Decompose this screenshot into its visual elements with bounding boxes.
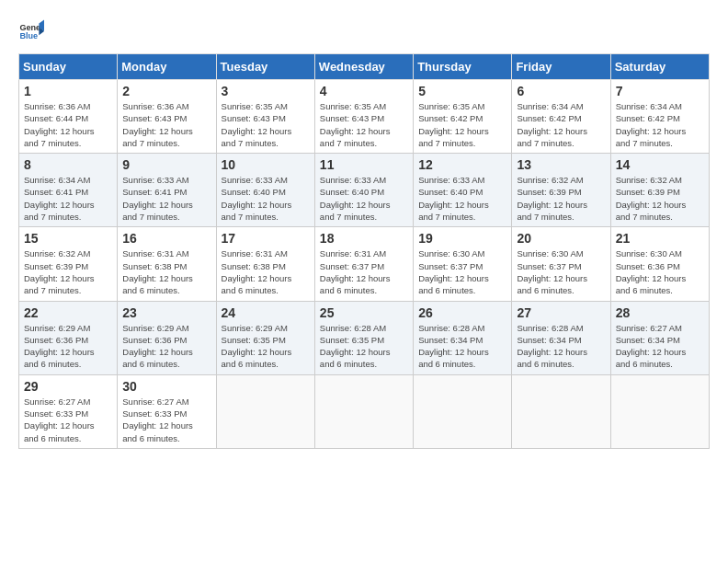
day-header-tuesday: Tuesday	[216, 54, 314, 80]
day-info: Sunrise: 6:27 AM Sunset: 6:33 PM Dayligh…	[122, 396, 210, 444]
day-cell: 16Sunrise: 6:31 AM Sunset: 6:38 PM Dayli…	[118, 227, 216, 301]
day-header-saturday: Saturday	[610, 54, 709, 80]
day-info: Sunrise: 6:31 AM Sunset: 6:37 PM Dayligh…	[320, 247, 408, 296]
day-cell: 26Sunrise: 6:28 AM Sunset: 6:34 PM Dayli…	[414, 301, 512, 374]
week-row-2: 8Sunrise: 6:34 AM Sunset: 6:41 PM Daylig…	[19, 154, 710, 227]
day-number: 17	[222, 231, 310, 246]
day-number: 3	[222, 84, 310, 98]
day-info: Sunrise: 6:33 AM Sunset: 6:40 PM Dayligh…	[222, 174, 310, 223]
day-info: Sunrise: 6:29 AM Sunset: 6:35 PM Dayligh…	[222, 322, 310, 371]
day-number: 20	[517, 231, 605, 246]
week-row-5: 29Sunrise: 6:27 AM Sunset: 6:33 PM Dayli…	[19, 374, 710, 448]
header-row: SundayMondayTuesdayWednesdayThursdayFrid…	[19, 54, 710, 80]
day-info: Sunrise: 6:30 AM Sunset: 6:37 PM Dayligh…	[418, 247, 506, 296]
day-number: 28	[616, 305, 704, 320]
logo: General Blue	[18, 18, 44, 44]
day-cell	[512, 374, 610, 448]
day-info: Sunrise: 6:32 AM Sunset: 6:39 PM Dayligh…	[517, 174, 605, 223]
day-number: 8	[24, 157, 112, 172]
day-cell: 9Sunrise: 6:33 AM Sunset: 6:41 PM Daylig…	[118, 154, 216, 227]
day-info: Sunrise: 6:35 AM Sunset: 6:43 PM Dayligh…	[320, 100, 408, 149]
week-row-1: 1Sunrise: 6:36 AM Sunset: 6:44 PM Daylig…	[19, 80, 710, 154]
day-number: 13	[517, 157, 605, 172]
day-number: 2	[122, 84, 210, 98]
day-number: 5	[418, 84, 506, 98]
day-cell: 1Sunrise: 6:36 AM Sunset: 6:44 PM Daylig…	[19, 80, 118, 154]
svg-text:Blue: Blue	[19, 31, 38, 40]
day-cell: 23Sunrise: 6:29 AM Sunset: 6:36 PM Dayli…	[118, 301, 216, 374]
day-number: 24	[222, 305, 310, 320]
day-cell	[216, 374, 314, 448]
day-info: Sunrise: 6:34 AM Sunset: 6:41 PM Dayligh…	[24, 174, 112, 223]
day-header-wednesday: Wednesday	[314, 54, 413, 80]
day-cell: 6Sunrise: 6:34 AM Sunset: 6:42 PM Daylig…	[512, 80, 610, 154]
day-info: Sunrise: 6:36 AM Sunset: 6:44 PM Dayligh…	[24, 100, 112, 149]
day-info: Sunrise: 6:33 AM Sunset: 6:40 PM Dayligh…	[418, 174, 506, 223]
day-number: 4	[320, 84, 408, 98]
day-cell	[610, 374, 709, 448]
day-info: Sunrise: 6:28 AM Sunset: 6:34 PM Dayligh…	[418, 322, 506, 371]
day-info: Sunrise: 6:34 AM Sunset: 6:42 PM Dayligh…	[616, 100, 704, 149]
day-number: 18	[320, 231, 408, 246]
day-info: Sunrise: 6:27 AM Sunset: 6:34 PM Dayligh…	[616, 322, 704, 371]
day-header-monday: Monday	[118, 54, 216, 80]
day-number: 10	[222, 157, 310, 172]
day-number: 14	[616, 157, 704, 172]
day-number: 19	[418, 231, 506, 246]
day-number: 7	[616, 84, 704, 98]
day-cell: 15Sunrise: 6:32 AM Sunset: 6:39 PM Dayli…	[19, 227, 118, 301]
day-cell: 21Sunrise: 6:30 AM Sunset: 6:36 PM Dayli…	[610, 227, 709, 301]
day-cell: 28Sunrise: 6:27 AM Sunset: 6:34 PM Dayli…	[610, 301, 709, 374]
day-cell: 13Sunrise: 6:32 AM Sunset: 6:39 PM Dayli…	[512, 154, 610, 227]
day-info: Sunrise: 6:32 AM Sunset: 6:39 PM Dayligh…	[616, 174, 704, 223]
day-number: 1	[24, 84, 112, 98]
day-info: Sunrise: 6:35 AM Sunset: 6:43 PM Dayligh…	[222, 100, 310, 149]
day-info: Sunrise: 6:34 AM Sunset: 6:42 PM Dayligh…	[517, 100, 605, 149]
day-number: 6	[517, 84, 605, 98]
day-cell	[414, 374, 512, 448]
day-cell: 30Sunrise: 6:27 AM Sunset: 6:33 PM Dayli…	[118, 374, 216, 448]
day-cell	[314, 374, 413, 448]
day-cell: 24Sunrise: 6:29 AM Sunset: 6:35 PM Dayli…	[216, 301, 314, 374]
day-cell: 25Sunrise: 6:28 AM Sunset: 6:35 PM Dayli…	[314, 301, 413, 374]
day-number: 22	[24, 305, 112, 320]
day-cell: 3Sunrise: 6:35 AM Sunset: 6:43 PM Daylig…	[216, 80, 314, 154]
day-info: Sunrise: 6:29 AM Sunset: 6:36 PM Dayligh…	[122, 322, 210, 371]
day-cell: 27Sunrise: 6:28 AM Sunset: 6:34 PM Dayli…	[512, 301, 610, 374]
day-number: 23	[122, 305, 210, 320]
day-cell: 7Sunrise: 6:34 AM Sunset: 6:42 PM Daylig…	[610, 80, 709, 154]
day-cell: 18Sunrise: 6:31 AM Sunset: 6:37 PM Dayli…	[314, 227, 413, 301]
day-info: Sunrise: 6:33 AM Sunset: 6:41 PM Dayligh…	[122, 174, 210, 223]
day-info: Sunrise: 6:32 AM Sunset: 6:39 PM Dayligh…	[24, 247, 112, 296]
logo-icon: General Blue	[18, 18, 44, 44]
day-header-sunday: Sunday	[19, 54, 118, 80]
day-cell: 22Sunrise: 6:29 AM Sunset: 6:36 PM Dayli…	[19, 301, 118, 374]
day-number: 16	[122, 231, 210, 246]
day-number: 15	[24, 231, 112, 246]
day-info: Sunrise: 6:27 AM Sunset: 6:33 PM Dayligh…	[24, 396, 112, 444]
day-number: 27	[517, 305, 605, 320]
day-info: Sunrise: 6:35 AM Sunset: 6:42 PM Dayligh…	[418, 100, 506, 149]
day-cell: 14Sunrise: 6:32 AM Sunset: 6:39 PM Dayli…	[610, 154, 709, 227]
day-number: 30	[122, 379, 210, 394]
day-info: Sunrise: 6:28 AM Sunset: 6:34 PM Dayligh…	[517, 322, 605, 371]
day-cell: 12Sunrise: 6:33 AM Sunset: 6:40 PM Dayli…	[414, 154, 512, 227]
day-info: Sunrise: 6:36 AM Sunset: 6:43 PM Dayligh…	[122, 100, 210, 149]
day-cell: 5Sunrise: 6:35 AM Sunset: 6:42 PM Daylig…	[414, 80, 512, 154]
day-number: 11	[320, 157, 408, 172]
day-number: 29	[24, 379, 112, 394]
day-info: Sunrise: 6:33 AM Sunset: 6:40 PM Dayligh…	[320, 174, 408, 223]
day-cell: 17Sunrise: 6:31 AM Sunset: 6:38 PM Dayli…	[216, 227, 314, 301]
day-number: 9	[122, 157, 210, 172]
week-row-3: 15Sunrise: 6:32 AM Sunset: 6:39 PM Dayli…	[19, 227, 710, 301]
day-cell: 8Sunrise: 6:34 AM Sunset: 6:41 PM Daylig…	[19, 154, 118, 227]
day-cell: 29Sunrise: 6:27 AM Sunset: 6:33 PM Dayli…	[19, 374, 118, 448]
day-header-thursday: Thursday	[414, 54, 512, 80]
day-info: Sunrise: 6:30 AM Sunset: 6:36 PM Dayligh…	[616, 247, 704, 296]
day-number: 12	[418, 157, 506, 172]
day-number: 26	[418, 305, 506, 320]
calendar-table: SundayMondayTuesdayWednesdayThursdayFrid…	[18, 53, 710, 449]
day-number: 21	[616, 231, 704, 246]
page-header: General Blue	[18, 18, 710, 44]
day-cell: 19Sunrise: 6:30 AM Sunset: 6:37 PM Dayli…	[414, 227, 512, 301]
